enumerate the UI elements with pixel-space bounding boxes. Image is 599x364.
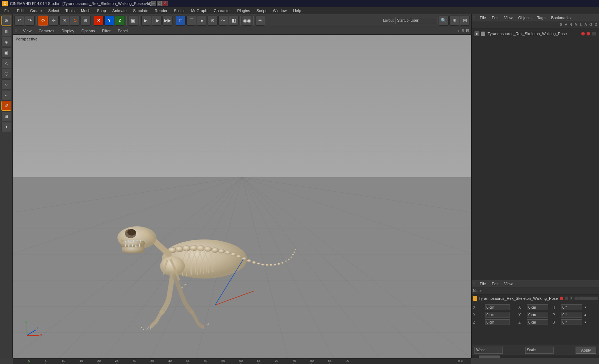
vp-menu-display[interactable]: Display xyxy=(60,28,76,34)
vp-menu-cameras[interactable]: Cameras xyxy=(37,28,56,34)
obj-lock-1[interactable] xyxy=(592,32,596,35)
transform-tool[interactable]: ⊕ xyxy=(81,16,90,26)
coord-system-dropdown[interactable]: World xyxy=(474,347,503,354)
attr-x-pos-field[interactable]: 0 cm xyxy=(485,304,510,310)
render-region[interactable]: ▣ xyxy=(128,16,138,26)
attr-action-2[interactable] xyxy=(578,297,582,300)
anim-auto[interactable]: ▶▶ xyxy=(163,16,172,26)
sphere-tool[interactable]: ● xyxy=(197,16,207,26)
obj-vis-1[interactable] xyxy=(587,32,590,35)
light-btn[interactable]: ☀ xyxy=(255,16,265,26)
window-controls[interactable]: — □ ✕ xyxy=(151,1,167,6)
minimize-button[interactable]: — xyxy=(151,1,156,6)
attr-z-pos-field[interactable]: 0 cm xyxy=(485,319,510,325)
redo-button[interactable]: ↷ xyxy=(25,16,35,26)
tool-move[interactable]: ⊕ xyxy=(1,16,11,26)
menu-create[interactable]: Create xyxy=(27,8,45,13)
menu-mesh[interactable]: Mesh xyxy=(78,8,93,13)
menu-script[interactable]: Script xyxy=(254,8,269,13)
close-button[interactable]: ✕ xyxy=(163,1,167,6)
tool-star[interactable]: ✦ xyxy=(1,122,11,132)
attr-p-up[interactable]: ▲ xyxy=(584,313,589,316)
vp-menu-options[interactable]: Options xyxy=(80,28,96,34)
apply-button[interactable]: Apply xyxy=(576,347,596,354)
attr-p-field[interactable]: 0 ° xyxy=(561,312,582,318)
menu-simulate[interactable]: Simulate xyxy=(130,8,151,13)
attr-z-size-field[interactable]: 0 cm xyxy=(527,319,548,325)
vp-ctrl-2[interactable]: ⊕ xyxy=(461,28,465,33)
tool-checker[interactable]: ▦ xyxy=(1,26,11,36)
attr-x-size-field[interactable]: 0 cm xyxy=(527,304,548,310)
move-tool[interactable]: ✛ xyxy=(49,16,59,26)
menu-character[interactable]: Character xyxy=(211,8,233,13)
undo-button[interactable]: ↶ xyxy=(14,16,24,26)
attr-h-field[interactable]: 0 ° xyxy=(561,304,582,310)
attr-obj-expand[interactable]: ≡ xyxy=(570,296,573,300)
menu-edit[interactable]: Edit xyxy=(14,8,27,13)
z-btn[interactable]: Z xyxy=(115,16,125,26)
menu-select[interactable]: Select xyxy=(45,8,62,13)
menu-animate[interactable]: Animate xyxy=(110,8,130,13)
layout-icon1[interactable]: ⊞ xyxy=(449,16,459,26)
menu-plugins[interactable]: Plugins xyxy=(235,8,253,13)
obj-collapse-icon[interactable]: ▶ xyxy=(474,31,479,36)
vp-ctrl-1[interactable]: + xyxy=(458,29,460,33)
x-btn[interactable]: ✕ xyxy=(94,16,104,26)
tool-rotate[interactable]: ↺ xyxy=(1,101,11,111)
menu-mograph[interactable]: MoGraph xyxy=(188,8,210,13)
attr-action-6[interactable] xyxy=(594,297,598,300)
obj-dot-1[interactable] xyxy=(581,32,585,35)
attr-y-size-field[interactable]: 0 cm xyxy=(527,312,548,318)
attr-menu-file[interactable]: File xyxy=(478,281,488,287)
tool-sphere[interactable]: ○ xyxy=(1,79,11,89)
tool-grid[interactable]: ⊞ xyxy=(1,111,11,121)
y-btn[interactable]: Y xyxy=(104,16,114,26)
cube-tool[interactable]: □ xyxy=(176,16,186,26)
3d-viewport[interactable]: Perspective xyxy=(13,35,471,358)
anim-key[interactable]: |▶ xyxy=(152,16,162,26)
attr-action-3[interactable] xyxy=(582,297,586,300)
scroll-thumb[interactable] xyxy=(479,355,500,358)
menu-tools[interactable]: Tools xyxy=(62,8,77,13)
layout-icon2[interactable]: ⊟ xyxy=(460,16,470,26)
attr-action-5[interactable] xyxy=(590,297,594,300)
attr-b-up[interactable]: ▲ xyxy=(584,320,589,324)
attr-action-4[interactable] xyxy=(586,297,590,300)
tool-path[interactable]: ⌐ xyxy=(1,90,11,100)
obj-menu-view[interactable]: View xyxy=(503,15,514,21)
obj-menu-objects[interactable]: Objects xyxy=(517,15,533,21)
obj-menu-tags[interactable]: Tags xyxy=(536,15,547,21)
stereo-btn[interactable]: ◉◉ xyxy=(242,16,252,26)
attr-menu-view[interactable]: View xyxy=(503,281,514,287)
select-tool[interactable]: ⊙ xyxy=(38,16,48,26)
rotate-tool[interactable]: ↻ xyxy=(70,16,80,26)
layout-dropdown[interactable]: Startup (User) xyxy=(395,17,438,24)
attr-menu-edit[interactable]: Edit xyxy=(490,281,500,287)
menu-help[interactable]: Help xyxy=(290,8,304,13)
attr-h-up[interactable]: ▲ xyxy=(584,305,589,309)
obj-menu-edit[interactable]: Edit xyxy=(490,15,500,21)
spline-tool[interactable]: 〜 xyxy=(218,16,228,26)
vp-menu-view[interactable]: View xyxy=(22,28,33,34)
menu-file[interactable]: File xyxy=(1,8,13,13)
nurbs-tool[interactable]: ⌒ xyxy=(186,16,196,26)
bottom-scrollbar[interactable] xyxy=(472,355,599,358)
object-item-trex[interactable]: ▶ Tyrannosaurus_Rex_Skeleton_Walking_Pos… xyxy=(473,30,598,38)
attr-b-field[interactable]: 0 ° xyxy=(561,319,582,325)
timeline-ruler[interactable]: 0 5 10 15 20 25 xyxy=(13,359,471,364)
maximize-button[interactable]: □ xyxy=(157,1,162,6)
vp-menu-filter[interactable]: Filter xyxy=(100,28,112,34)
vp-menu-panel[interactable]: Panel xyxy=(116,28,129,34)
attr-action-1[interactable] xyxy=(575,297,578,300)
tool-cone[interactable]: △ xyxy=(1,58,11,68)
tool-box[interactable]: ▣ xyxy=(1,48,11,57)
obj-menu-file[interactable]: File xyxy=(478,15,488,21)
menu-render[interactable]: Render xyxy=(152,8,170,13)
obj-menu-bookmarks[interactable]: Bookmarks xyxy=(550,15,572,21)
tool-cylinder[interactable]: ⬡ xyxy=(1,69,11,79)
array-tool[interactable]: ⊛ xyxy=(208,16,218,26)
coord-mode-dropdown[interactable]: Scale xyxy=(525,347,554,354)
layout-search[interactable]: 🔍 xyxy=(439,16,449,26)
menu-sculpt[interactable]: Sculpt xyxy=(171,8,188,13)
deform-tool[interactable]: ◧ xyxy=(229,16,239,26)
